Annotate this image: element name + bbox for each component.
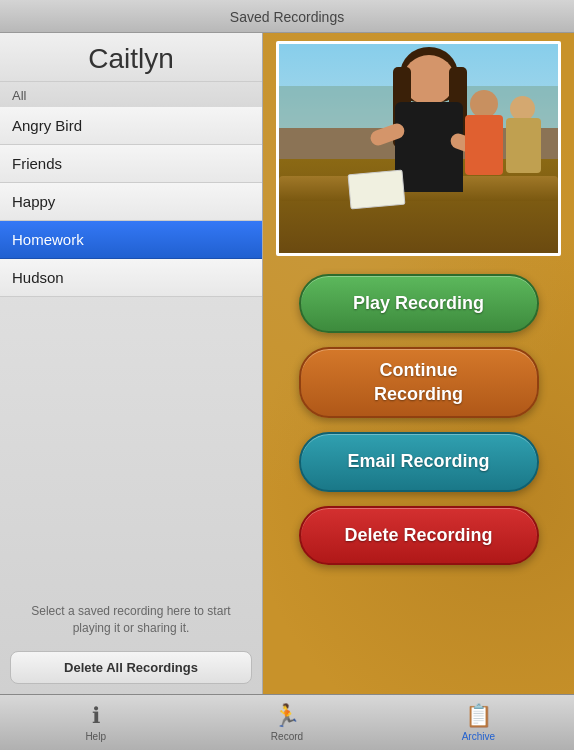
tab-archive[interactable]: 📋Archive	[383, 699, 574, 746]
help-icon: ℹ	[92, 703, 100, 729]
list-item-angry-bird[interactable]: Angry Bird	[0, 107, 262, 145]
main-content: Caitlyn All Angry BirdFriendsHappyHomewo…	[0, 33, 574, 694]
delete-all-button[interactable]: Delete All Recordings	[10, 651, 252, 684]
tab-record[interactable]: 🏃Record	[191, 699, 382, 746]
tab-label-record: Record	[271, 731, 303, 742]
list-item-friends[interactable]: Friends	[0, 145, 262, 183]
continue-recording-label-line1: Continue	[380, 359, 458, 382]
tab-help[interactable]: ℹHelp	[0, 699, 191, 746]
tab-label-archive: Archive	[462, 731, 495, 742]
recordings-list: Angry BirdFriendsHappyHomeworkHudson	[0, 107, 262, 595]
header-title: Saved Recordings	[230, 9, 344, 25]
all-label: All	[0, 82, 262, 107]
left-panel: Caitlyn All Angry BirdFriendsHappyHomewo…	[0, 33, 263, 694]
play-recording-button[interactable]: Play Recording	[299, 274, 539, 333]
tab-label-help: Help	[85, 731, 106, 742]
header: Saved Recordings	[0, 0, 574, 33]
continue-recording-button[interactable]: Continue Recording	[299, 347, 539, 418]
photo-scene	[279, 44, 558, 253]
archive-icon: 📋	[465, 703, 492, 729]
list-item-homework[interactable]: Homework	[0, 221, 262, 259]
record-icon: 🏃	[273, 703, 300, 729]
photo-container	[276, 41, 561, 256]
right-panel: Play Recording Continue Recording Email …	[263, 33, 574, 694]
user-name: Caitlyn	[0, 33, 262, 82]
email-recording-button[interactable]: Email Recording	[299, 432, 539, 491]
list-item-happy[interactable]: Happy	[0, 183, 262, 221]
list-item-hudson[interactable]: Hudson	[0, 259, 262, 297]
tab-bar: ℹHelp🏃Record📋Archive	[0, 694, 574, 750]
continue-recording-label-line2: Recording	[374, 383, 463, 406]
hint-text: Select a saved recording here to start p…	[0, 595, 262, 645]
delete-recording-button[interactable]: Delete Recording	[299, 506, 539, 565]
